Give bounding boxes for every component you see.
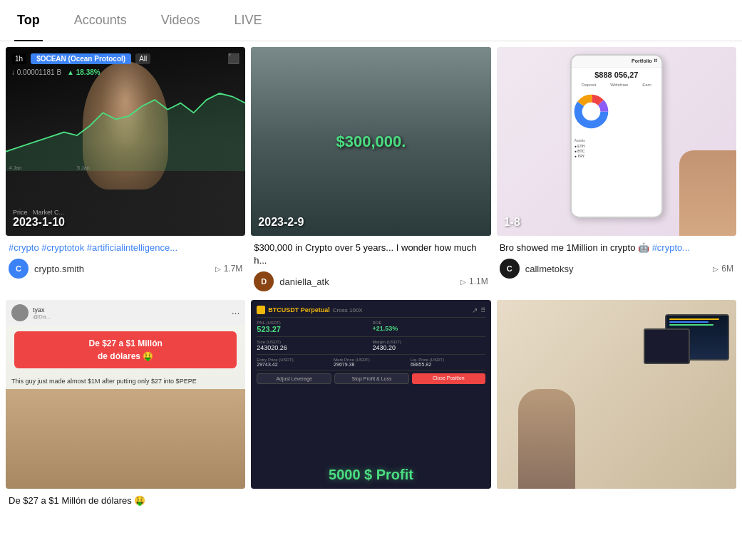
ticker-symbol: $OCEAN (Ocean Protocol) — [31, 53, 131, 64]
close-position-btn[interactable]: Close Position — [412, 373, 485, 384]
card4-top-bar: tyax @Da... ··· — [6, 300, 245, 326]
card-3-user-row: C callmetoksy ▷ 6M — [500, 259, 733, 279]
play-icon-2: ▷ — [460, 278, 466, 286]
money-overlay: $300,000. — [336, 133, 406, 151]
card-4-title: De $27 a $1 Millón de dólares 🤑 — [9, 494, 242, 507]
card-4-meta: De $27 a $1 Millón de dólares 🤑 — [6, 489, 245, 514]
thumbnail-2: $300,000. 2023-2-9 — [251, 47, 490, 236]
view-count-3: ▷ 6M — [713, 264, 733, 274]
content-grid: 1h $OCEAN (Ocean Protocol) All ⬛ ↓ 0.000… — [0, 41, 742, 521]
trading-actions: Adjust Leverage Stop Profit & Loss Close… — [257, 373, 485, 384]
tab-accounts[interactable]: Accounts — [71, 0, 130, 41]
share-icon: ↗ — [472, 306, 478, 314]
pnl-item: PNL (USDT) 523.27 — [257, 321, 369, 333]
date-label-1: 2023-1-10 — [13, 216, 65, 229]
price-up: ▲ 18.38% — [67, 68, 101, 76]
tab-videos[interactable]: Videos — [158, 0, 203, 41]
margin-item: Margin (USDT) 2430.20 — [372, 340, 485, 351]
bars-icon: ⠿ — [480, 306, 485, 314]
hand-bg — [679, 150, 736, 236]
price-down: ↓ 0.00001181 B — [11, 68, 61, 76]
ticker-bar: 1h $OCEAN (Ocean Protocol) All ⬛ — [11, 53, 239, 64]
binance-logo-icon — [257, 306, 265, 314]
tab-live[interactable]: LIVE — [231, 0, 264, 41]
trading-leverage: Cross 100X — [333, 307, 363, 313]
thumbnail-4: tyax @Da... ··· De $27 a $1 Millónde dól… — [6, 300, 245, 489]
phone-actions: DepositWithdrawEarn — [572, 81, 661, 89]
card4-content: tyax @Da... ··· De $27 a $1 Millónde dól… — [6, 300, 245, 489]
card-6[interactable] — [497, 300, 736, 514]
card-1[interactable]: 1h $OCEAN (Ocean Protocol) All ⬛ ↓ 0.000… — [6, 47, 245, 294]
divider3 — [257, 354, 485, 355]
candle-icon: ⬛ — [227, 53, 239, 64]
avatar-3: C — [500, 259, 520, 279]
trading-pair: BTCUSDT Perpetual — [268, 306, 330, 313]
date-label-3: 1-8 — [504, 216, 520, 229]
view-count-2: ▷ 1.1M — [460, 276, 488, 286]
chart-line-2 — [669, 321, 708, 323]
date-label-2: 2023-2-9 — [258, 216, 304, 229]
thumbnail-1: 1h $OCEAN (Ocean Protocol) All ⬛ ↓ 0.000… — [6, 47, 245, 236]
card-3[interactable]: Portfolio ⠿ $888 056,27 DepositWithdrawE… — [497, 47, 736, 294]
person-silhouette — [518, 389, 575, 489]
tab-top[interactable]: Top — [14, 0, 43, 41]
card-1-meta: #crypto #cryptotok #artificialintelligen… — [6, 236, 245, 281]
pnl-row: PNL (USDT) 523.27 ROE +21.53% — [257, 321, 485, 333]
play-icon-1: ▷ — [215, 265, 221, 273]
stop-profit-btn[interactable]: Stop Profit & Loss — [334, 373, 409, 384]
card-1-user-row: C crypto.smith ▷ 1.7M — [9, 259, 242, 279]
card4-avatar — [11, 304, 29, 321]
username-1: crypto.smith — [34, 264, 210, 274]
thumbnail-5: BTCUSDT Perpetual Cross 100X ↗ ⠿ PNL (US… — [251, 300, 490, 489]
card-3-title: Bro showed me 1Million in crypto 🤖 #cryp… — [500, 242, 733, 254]
card4-text: This guy just made almost $1M after putt… — [6, 374, 245, 389]
svg-text:4 Jan: 4 Jan — [9, 165, 22, 171]
adjust-leverage-btn[interactable]: Adjust Leverage — [257, 373, 331, 384]
card-3-meta: Bro showed me 1Million in crypto 🤖 #cryp… — [497, 236, 736, 281]
phone-amount: $888 056,27 — [572, 68, 661, 81]
chart-line-3 — [669, 324, 713, 326]
divider4 — [257, 370, 485, 370]
card-5[interactable]: BTCUSDT Perpetual Cross 100X ↗ ⠿ PNL (US… — [251, 300, 490, 514]
username-3: callmetoksy — [525, 264, 708, 274]
tab-bar: Top Accounts Videos LIVE — [0, 0, 742, 41]
liq-item: Liq. Price (USDT) 68855.82 — [411, 358, 485, 367]
card-1-title: #crypto #cryptotok #artificialintelligen… — [9, 242, 242, 254]
avatar-1: C — [9, 259, 29, 279]
card-2-title: $300,000 in Crypto over 5 years... I won… — [254, 242, 488, 267]
price-grid: Entry Price (USDT) 29743.42 Mark Price (… — [257, 358, 485, 367]
card-4[interactable]: tyax @Da... ··· De $27 a $1 Millónde dól… — [6, 300, 245, 514]
trading-ui: BTCUSDT Perpetual Cross 100X ↗ ⠿ PNL (US… — [251, 300, 490, 489]
svg-text:5 Jan: 5 Jan — [77, 165, 90, 171]
card4-dots-icon: ··· — [232, 307, 240, 318]
play-icon-3: ▷ — [713, 265, 718, 273]
card-2-meta: $300,000 in Crypto over 5 years... I won… — [251, 236, 490, 294]
card4-badge: De $27 a $1 Millónde dólares 🤑 — [14, 331, 237, 368]
divider — [257, 317, 485, 318]
mark-item: Mark Price (USDT) 29679.38 — [334, 358, 408, 367]
view-count-1: ▷ 1.7M — [215, 264, 243, 274]
phone-assets-label: Assets — [572, 137, 661, 144]
ticker-time: 1h — [11, 53, 26, 64]
card-6-meta — [497, 489, 736, 502]
thumbnail-6 — [497, 300, 736, 489]
trading-title: BTCUSDT Perpetual Cross 100X — [257, 306, 362, 314]
entry-item: Entry Price (USDT) 29743.42 — [257, 358, 331, 367]
trading-icons: ↗ ⠿ — [472, 306, 485, 314]
phone-assets-list: ● ETH● BTC● TRY — [572, 144, 661, 159]
size-row: Size (USDT) 243020.26 Margin (USDT) 2430… — [257, 340, 485, 351]
monitor-group — [644, 314, 729, 385]
card-2-user-row: D daniella_atk ▷ 1.1M — [254, 271, 488, 291]
ticker-all: All — [135, 53, 150, 64]
profit-overlay: 5000 $ Profit — [251, 467, 490, 483]
avatar-2: D — [254, 271, 274, 291]
card4-username: tyax — [33, 306, 51, 313]
card-5-meta — [251, 489, 490, 502]
card4-at: @Da... — [33, 313, 51, 320]
card4-face-bg — [6, 389, 245, 489]
size-item: Size (USDT) 243020.26 — [257, 340, 369, 351]
card-2[interactable]: $300,000. 2023-2-9 $300,000 in Crypto ov… — [251, 47, 490, 294]
chart-svg: 4 Jan 5 Jan — [6, 83, 245, 175]
trading-header: BTCUSDT Perpetual Cross 100X ↗ ⠿ — [257, 306, 485, 314]
phone-mockup: Portfolio ⠿ $888 056,27 DepositWithdrawE… — [570, 54, 663, 218]
